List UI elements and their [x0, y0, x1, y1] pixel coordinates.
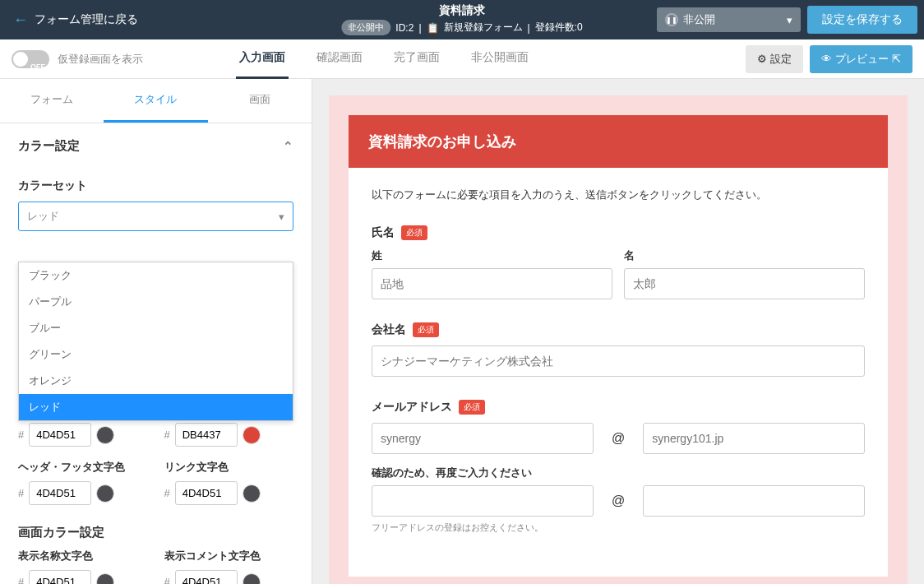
dropdown-option[interactable]: オレンジ [19, 368, 293, 394]
chevron-up-icon: ⌃ [283, 139, 293, 154]
chevron-down-icon: ▾ [787, 14, 792, 26]
hex-input[interactable] [29, 481, 91, 505]
tab-confirm[interactable]: 確認画面 [313, 39, 366, 79]
form-type: 新規登録フォーム [444, 21, 523, 35]
dropdown-option[interactable]: パープル [19, 289, 293, 315]
colorset-select[interactable]: レッド ▾ [18, 202, 293, 231]
header-center: 資料請求 非公開中 ID:2| 📋 新規登録フォーム| 登録件数:0 [341, 3, 582, 35]
color-swatch[interactable] [243, 484, 261, 503]
at-symbol: @ [605, 494, 631, 508]
email-confirm-domain-input[interactable] [643, 485, 865, 517]
toggle-knob [13, 52, 28, 67]
back-label: フォーム管理に戻る [35, 12, 138, 27]
hex-input[interactable] [175, 570, 238, 584]
mei-input[interactable] [624, 268, 865, 299]
sidebar-tab-style[interactable]: スタイル [104, 79, 207, 123]
color-label: 表示コメント文字色 [164, 549, 294, 563]
email-note: フリーアドレスの登録はお控えください。 [372, 521, 865, 534]
hex-input[interactable] [29, 570, 91, 584]
tab-unpublished[interactable]: 非公開画面 [468, 39, 532, 79]
field-company-label: 会社名 [372, 322, 406, 337]
dropdown-option[interactable]: レッド [19, 394, 293, 420]
back-link[interactable]: ← フォーム管理に戻る [0, 12, 151, 29]
chevron-down-icon: ▾ [279, 211, 284, 223]
sei-label: 姓 [372, 248, 612, 263]
color-swatch[interactable] [243, 426, 261, 444]
field-name-label: 氏名 [372, 225, 395, 240]
settings-button[interactable]: ⚙設定 [746, 45, 803, 73]
visibility-select[interactable]: ❚❚ 非公開 ▾ [657, 7, 801, 32]
colorset-label: カラーセット [18, 178, 293, 193]
form-id: ID:2 [395, 22, 413, 34]
form-title: 資料請求のお申し込み [349, 115, 888, 168]
mei-label: 名 [624, 248, 865, 263]
visibility-label: 非公開 [683, 12, 715, 27]
color-swatch[interactable] [96, 484, 114, 503]
dropdown-option[interactable]: ブラック [19, 262, 293, 289]
color-swatch[interactable] [243, 573, 261, 585]
dropdown-option[interactable]: ブルー [19, 315, 293, 341]
dropdown-option[interactable]: グリーン [19, 341, 293, 368]
sidebar-tab-form[interactable]: フォーム [0, 79, 104, 123]
provisional-toggle[interactable]: OFF [12, 50, 49, 68]
email-confirm-user-input[interactable] [372, 485, 594, 517]
publish-badge: 非公開中 [341, 20, 390, 35]
external-icon: ⇱ [892, 53, 901, 65]
toggle-label: 仮登録画面を表示 [58, 52, 143, 67]
hex-input[interactable] [175, 481, 238, 505]
company-input[interactable] [372, 345, 865, 377]
screen-color-section: 画面カラー設定 [18, 525, 293, 540]
email-confirm-label: 確認のため、再度ご入力ください [372, 466, 865, 480]
email-domain-input[interactable] [643, 423, 865, 454]
save-button[interactable]: 設定を保存する [807, 6, 917, 34]
color-swatch[interactable] [96, 573, 114, 585]
gear-icon: ⚙ [757, 53, 767, 65]
clipboard-icon: 📋 [427, 22, 439, 34]
preview-button[interactable]: 👁プレビュー⇱ [810, 45, 912, 73]
required-badge: 必須 [401, 225, 427, 240]
color-swatch[interactable] [96, 426, 114, 444]
page-title: 資料請求 [341, 3, 582, 18]
tab-complete[interactable]: 完了画面 [390, 39, 443, 79]
required-badge: 必須 [413, 322, 439, 337]
section-color-settings[interactable]: カラー設定 ⌃ [0, 123, 312, 169]
email-user-input[interactable] [372, 423, 594, 454]
hex-input[interactable] [29, 423, 91, 447]
required-badge: 必須 [459, 400, 485, 415]
form-intro: 以下のフォームに必要な項目を入力のうえ、送信ボタンをクリックしてください。 [372, 188, 865, 202]
colorset-dropdown: ブラック パープル ブルー グリーン オレンジ レッド [18, 262, 293, 421]
arrow-left-icon: ← [13, 12, 28, 29]
hex-input[interactable] [175, 423, 238, 447]
color-label: 表示名称文字色 [18, 549, 148, 563]
at-symbol: @ [605, 431, 631, 446]
tab-input[interactable]: 入力画面 [236, 39, 289, 79]
field-email-label: メールアドレス [372, 400, 452, 415]
eye-icon: 👁 [821, 53, 832, 65]
sidebar-tab-screen[interactable]: 画面 [208, 79, 312, 123]
sei-input[interactable] [372, 268, 612, 299]
reg-count: 登録件数:0 [535, 21, 583, 35]
color-label: リンク文字色 [164, 460, 294, 475]
pause-icon: ❚❚ [665, 13, 678, 26]
toggle-state: OFF [30, 63, 45, 71]
color-label: ヘッダ・フッタ文字色 [18, 460, 148, 475]
